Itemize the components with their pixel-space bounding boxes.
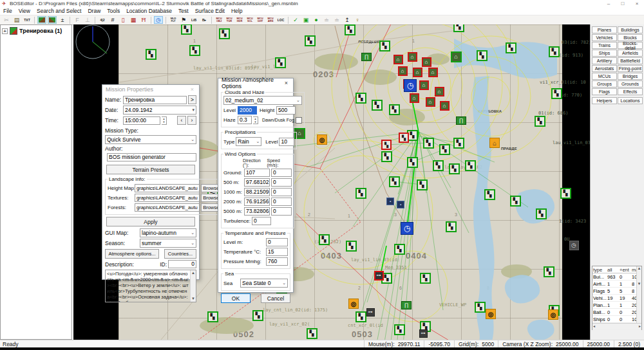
enemy-unit-icon[interactable]: ▚: [399, 133, 409, 143]
mcu-scale-icon[interactable]: MCU SCL: [245, 16, 254, 24]
maximize-button[interactable]: □: [616, 0, 630, 7]
vehicle-unit-icon[interactable]: ▚: [423, 138, 434, 149]
vehicle-unit-icon[interactable]: ▚: [275, 57, 286, 68]
category-button-trains[interactable]: Trains: [592, 42, 617, 49]
vehicle-unit-icon[interactable]: ▚: [465, 160, 476, 171]
artillery-icon[interactable]: ◎: [348, 299, 359, 309]
category-button-blocks[interactable]: Blocks: [618, 34, 643, 41]
mcu-hdr-icon[interactable]: MCU HDR: [235, 16, 244, 24]
menu-test[interactable]: Test: [175, 8, 192, 14]
ok-button[interactable]: OK: [221, 293, 251, 303]
date-field[interactable]: 24.09.1942▾: [123, 106, 196, 115]
wind-speed-field[interactable]: 0: [271, 207, 292, 216]
check-box-icon[interactable]: ▣: [301, 16, 310, 24]
vehicle-unit-icon[interactable]: ▚: [544, 266, 554, 277]
vehicle-unit-icon[interactable]: ▚: [207, 311, 218, 322]
time-forward-button[interactable]: ›: [187, 116, 196, 125]
menu-location-database[interactable]: Location Database: [123, 8, 175, 14]
table-horizontal-scrollbar[interactable]: ◂▸: [592, 323, 641, 329]
enemy-building-icon[interactable]: ⌂: [393, 55, 403, 64]
vehicle-unit-icon[interactable]: ▚: [389, 176, 400, 187]
vehicle-unit-icon[interactable]: ▚: [394, 324, 405, 335]
time-back-button[interactable]: ‹: [177, 116, 186, 125]
timer-mcu-icon[interactable]: ◷: [404, 79, 417, 92]
enemy-building-icon[interactable]: ⌂: [398, 66, 408, 76]
mcu-ght-icon[interactable]: MCU GHT: [256, 16, 265, 24]
wind-direction-field[interactable]: 88.21509: [244, 188, 270, 196]
table-row[interactable]: Flags558: [592, 288, 641, 295]
time-field[interactable]: 15:00:00: [123, 116, 160, 125]
enemy-building-icon[interactable]: ⌂: [428, 68, 438, 77]
table-row[interactable]: Ships0010: [592, 316, 641, 323]
wind-direction-field[interactable]: 76.91256: [244, 198, 270, 206]
vehicle-unit-icon[interactable]: ▚: [252, 310, 263, 321]
apply-button[interactable]: Apply: [106, 217, 195, 226]
category-button-battlefield[interactable]: Battlefield: [618, 57, 643, 64]
menu-draw[interactable]: Draw: [84, 8, 104, 14]
precip-level-field[interactable]: 10: [279, 138, 294, 146]
terrain-presets-button[interactable]: Terrain Presets: [106, 165, 195, 174]
waypoint-icon[interactable]: ▪: [397, 201, 404, 208]
vehicle-unit-icon[interactable]: ▚: [307, 328, 317, 339]
close-button[interactable]: ×: [630, 0, 644, 7]
enemy-building-icon[interactable]: ⌂: [419, 80, 429, 90]
vehicle-unit-icon[interactable]: ▚: [506, 42, 516, 53]
artillery-icon[interactable]: ◎: [486, 309, 496, 319]
table-row[interactable]: Vehi...191940: [592, 295, 641, 302]
table-row[interactable]: Airfi...118: [592, 281, 641, 288]
column-header-type[interactable]: type: [592, 267, 607, 273]
category-button-planes[interactable]: Planes: [592, 26, 617, 33]
atmosphere-options-button[interactable]: Atmosphere options...: [105, 249, 159, 259]
enemy-building-icon[interactable]: ⌂: [413, 68, 422, 77]
vehicle-unit-icon[interactable]: ▚: [453, 138, 464, 149]
wind-direction-field[interactable]: 73.82806: [244, 207, 270, 216]
category-button-bridges[interactable]: Bridges: [618, 73, 643, 80]
bridge-icon[interactable]: ∏: [401, 301, 412, 309]
bridge-icon[interactable]: ∏: [456, 116, 466, 125]
menu-file[interactable]: File: [0, 8, 15, 14]
precip-type-select[interactable]: Rain⌄: [236, 137, 261, 146]
mission-name-field[interactable]: Тренировка: [123, 96, 187, 104]
vehicle-unit-icon[interactable]: ▚: [433, 160, 444, 171]
cancel-button[interactable]: Cancel: [261, 293, 290, 303]
vehicle-unit-icon[interactable]: ▚: [407, 157, 418, 168]
check-icon[interactable]: ✓: [291, 16, 300, 24]
vehicle-unit-icon[interactable]: ▚: [381, 151, 392, 162]
vehicle-unit-icon[interactable]: ▚: [439, 144, 450, 155]
menu-help[interactable]: Help: [228, 8, 245, 14]
category-button-helpers[interactable]: Helpers: [592, 97, 617, 104]
category-button-ships[interactable]: Ships: [592, 50, 617, 57]
vehicle-unit-icon[interactable]: ▚: [535, 116, 545, 127]
close-icon[interactable]: ×: [283, 80, 290, 86]
table-row[interactable]: Ball...0020: [592, 309, 641, 316]
dialog-title-bar[interactable]: Mission Properties ×: [102, 85, 199, 94]
waypoint-icon[interactable]: ⊶: [366, 308, 375, 317]
vehicle-unit-icon[interactable]: ▚: [560, 188, 571, 199]
haze-field[interactable]: 0.3: [238, 116, 252, 124]
author-field[interactable]: BOS mission generator: [107, 153, 196, 161]
wind-speed-field[interactable]: 0: [271, 188, 292, 196]
vehicle-unit-icon[interactable]: ▚: [549, 46, 560, 57]
time-spinner[interactable]: ▲▼: [162, 116, 167, 125]
vehicle-unit-icon[interactable]: ▚: [389, 104, 400, 115]
category-button-grounds[interactable]: Grounds: [618, 80, 643, 88]
mcu-arn-icon[interactable]: MCU ARN: [266, 16, 275, 24]
bridge-tool-icon[interactable]: Ħ: [139, 16, 148, 24]
height-map-path-field[interactable]: graphics\LANDSCAPE_autu: [135, 184, 200, 192]
wind-direction-field[interactable]: 107: [244, 169, 270, 177]
wind-speed-field[interactable]: 0: [271, 198, 292, 206]
library-icon[interactable]: LiB: [189, 16, 198, 24]
table-vertical-scrollbar[interactable]: ▲ ▼: [636, 266, 641, 323]
key-icon[interactable]: ♀: [353, 16, 362, 24]
vehicle-unit-icon[interactable]: ▚: [420, 273, 431, 284]
forests-path-field[interactable]: graphics\LANDSCAPE_autu: [135, 203, 200, 212]
category-button-locations[interactable]: Locations: [618, 97, 643, 104]
up-arrow-icon[interactable]: ↥: [343, 16, 352, 24]
gui-map-select[interactable]: lapino-autumn⌄: [140, 228, 196, 237]
vehicle-unit-icon[interactable]: ▚: [219, 28, 230, 39]
category-button-flags[interactable]: Flags: [592, 88, 617, 95]
menu-view[interactable]: View: [15, 8, 33, 14]
vehicle-unit-icon[interactable]: ▚: [477, 50, 488, 61]
table-row[interactable]: Bui...963010: [592, 273, 641, 281]
landing-point-icon[interactable]: ⊥: [83, 16, 92, 24]
